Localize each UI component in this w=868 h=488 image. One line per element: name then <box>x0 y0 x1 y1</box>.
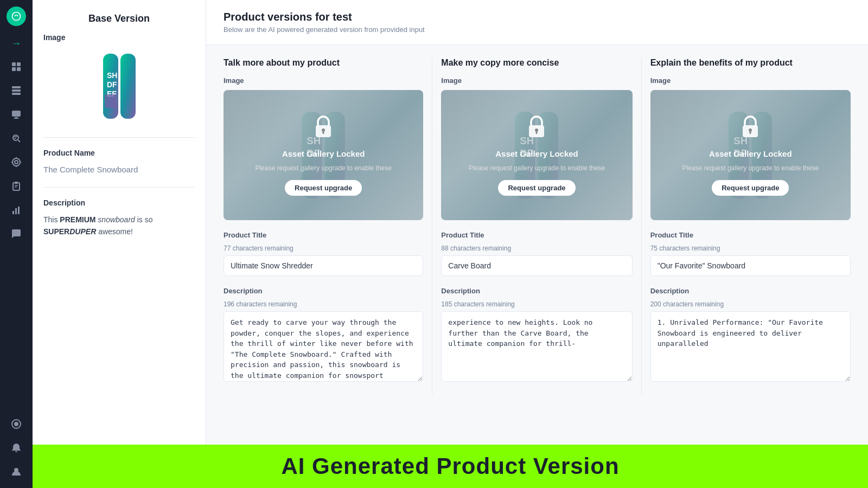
product-image-container: SH DF EF <box>43 48 195 124</box>
bell-icon[interactable] <box>7 438 26 458</box>
svg-point-0 <box>12 12 21 21</box>
settings-icon[interactable] <box>7 414 26 434</box>
svg-rect-22 <box>15 182 18 184</box>
v2-request-upgrade-button[interactable]: Request upgrade <box>498 180 575 196</box>
target-icon[interactable] <box>7 152 26 172</box>
v3-description-label: Description <box>650 287 851 295</box>
v3-desc-chars: 200 characters remaining <box>650 300 851 308</box>
svg-rect-8 <box>12 111 21 117</box>
v1-locked-sub: Please request gallery upgrade to enable… <box>255 164 392 173</box>
message-icon[interactable] <box>7 224 26 243</box>
svg-rect-6 <box>12 89 21 92</box>
v3-product-title-label: Product Title <box>650 231 851 239</box>
user-avatar[interactable] <box>7 462 26 481</box>
page-subtitle: Below are the AI powered generated versi… <box>224 25 851 34</box>
v2-description-textarea[interactable]: experience to new heights. Look no furth… <box>441 311 632 382</box>
v2-locked-sub: Please request gallery upgrade to enable… <box>469 164 605 173</box>
monitor-icon[interactable] <box>7 105 26 124</box>
svg-rect-49 <box>536 131 538 134</box>
logo[interactable] <box>7 7 26 26</box>
v2-product-title-input[interactable] <box>441 255 632 276</box>
ai-banner-text: AI Generated Product Version <box>281 453 619 479</box>
svg-rect-35 <box>105 94 117 108</box>
v3-product-title-input[interactable] <box>650 255 851 276</box>
description-text: This PREMIUM snowboard is so SUPERDUPER … <box>43 214 195 238</box>
image-label: Image <box>43 33 195 42</box>
v2-locked-title: Asset Gallery Locked <box>495 149 578 158</box>
left-panel: Base Version Image SH DF EF Product Name… <box>33 0 206 488</box>
svg-rect-31 <box>120 54 136 119</box>
search-advanced-icon[interactable] <box>7 129 26 148</box>
v3-description-textarea[interactable]: 1. Unrivaled Performance: "Our Favorite … <box>650 311 851 382</box>
main-header: Product versions for test Below are the … <box>206 0 868 45</box>
snowboard-image: SH DF EF <box>95 48 144 124</box>
lock-icon-1 <box>312 114 334 144</box>
version-column-1: Talk more about my product Image <box>224 58 432 395</box>
v3-asset-gallery: SH DF Asset Gallery Locked Plea <box>650 90 851 220</box>
version-column-2: Make my copy more concise Image <box>432 58 641 395</box>
svg-rect-3 <box>12 67 16 71</box>
svg-rect-9 <box>15 117 18 118</box>
svg-rect-4 <box>17 67 21 71</box>
v1-product-title-label: Product Title <box>224 231 423 239</box>
v3-image-label: Image <box>650 76 851 85</box>
lock-icon-2 <box>526 114 547 144</box>
base-version-title: Base Version <box>43 13 195 24</box>
v1-image-label: Image <box>224 76 423 85</box>
svg-rect-1 <box>12 62 16 66</box>
svg-point-11 <box>13 135 18 140</box>
v1-description-label: Description <box>224 287 423 295</box>
svg-point-15 <box>12 158 20 166</box>
grid-icon[interactable] <box>7 57 26 76</box>
v1-desc-chars: 196 characters remaining <box>224 300 423 308</box>
svg-text:DF: DF <box>107 80 117 89</box>
v1-product-title-section: Product Title 77 characters remaining <box>224 231 423 276</box>
version-3-title: Explain the benefits of my product <box>650 58 851 68</box>
version-2-title: Make my copy more concise <box>441 58 632 68</box>
main-content: Product versions for test Below are the … <box>206 0 868 488</box>
ai-banner: AI Generated Product Version <box>33 445 868 488</box>
version-column-3: Explain the benefits of my product Image <box>642 58 851 395</box>
description-label: Description <box>43 198 195 207</box>
clipboard-icon[interactable] <box>7 176 26 196</box>
svg-rect-42 <box>323 131 324 134</box>
product-name-label: Product Name <box>43 149 195 157</box>
svg-rect-10 <box>14 118 19 119</box>
v2-description-section: Description 185 characters remaining exp… <box>441 287 632 384</box>
versions-grid: Talk more about my product Image <box>206 45 868 408</box>
svg-rect-25 <box>12 211 14 214</box>
v1-product-title-input[interactable] <box>224 255 423 276</box>
v1-description-section: Description 196 characters remaining Get… <box>224 287 423 384</box>
nav-arrow[interactable]: → <box>8 35 24 53</box>
page-title: Product versions for test <box>224 11 851 23</box>
chart-icon[interactable] <box>7 200 26 220</box>
v1-locked-title: Asset Gallery Locked <box>282 149 365 158</box>
v2-desc-chars: 185 characters remaining <box>441 300 632 308</box>
v3-locked-sub: Please request gallery upgrade to enable… <box>682 164 819 173</box>
svg-rect-5 <box>12 86 21 88</box>
svg-rect-2 <box>17 62 21 66</box>
v1-description-textarea[interactable]: Get ready to carve your way through the … <box>224 311 423 382</box>
v3-product-title-section: Product Title 75 characters remaining <box>650 231 851 276</box>
svg-point-16 <box>15 160 18 164</box>
svg-point-28 <box>15 423 18 426</box>
svg-rect-27 <box>18 207 20 214</box>
svg-rect-26 <box>15 208 17 214</box>
svg-rect-21 <box>13 183 20 190</box>
v3-request-upgrade-button[interactable]: Request upgrade <box>712 180 789 196</box>
v2-chars-remaining: 88 characters remaining <box>441 245 632 252</box>
svg-rect-7 <box>12 93 21 95</box>
svg-rect-56 <box>750 131 751 134</box>
version-1-title: Talk more about my product <box>224 58 423 68</box>
v3-locked-title: Asset Gallery Locked <box>709 149 792 158</box>
lock-icon-3 <box>739 114 761 144</box>
product-name-value: The Complete Snowboard <box>43 164 195 176</box>
v1-request-upgrade-button[interactable]: Request upgrade <box>285 180 362 196</box>
sidebar: → <box>0 0 33 488</box>
svg-line-12 <box>18 140 20 142</box>
v3-chars-remaining: 75 characters remaining <box>650 245 851 252</box>
v1-asset-gallery: SH DF Asset Gallery Locked Plea <box>224 90 423 220</box>
svg-text:SH: SH <box>107 71 117 80</box>
v1-chars-remaining: 77 characters remaining <box>224 245 423 252</box>
table-icon[interactable] <box>7 81 26 100</box>
